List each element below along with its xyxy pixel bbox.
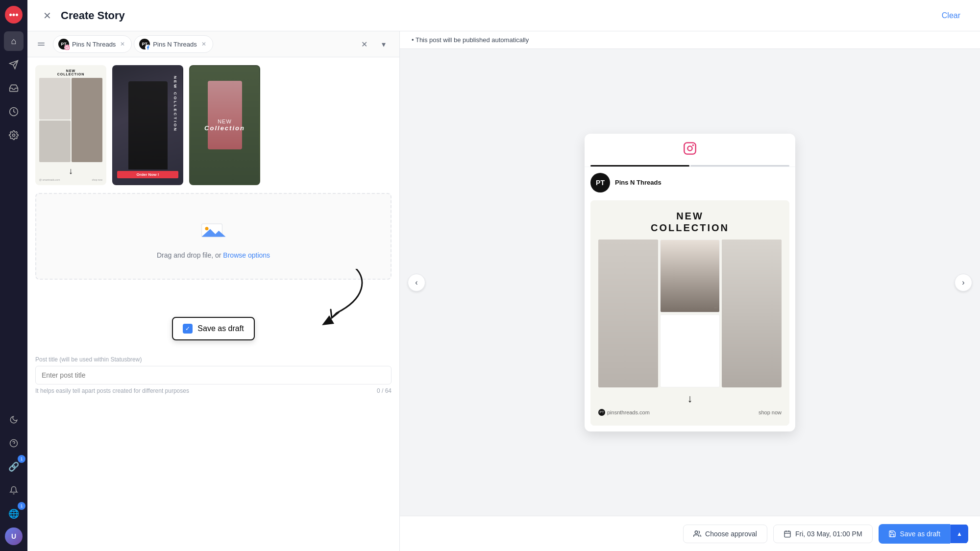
bell-icon[interactable] [4, 480, 24, 500]
close-button[interactable]: ✕ [39, 8, 55, 24]
preview-user-row: PT Pins N Threads [590, 173, 789, 192]
save-draft-popup-label: Save as draft [197, 324, 244, 333]
choose-approval-button[interactable]: Choose approval [683, 525, 767, 543]
preview-title: NEW COLLECTION [651, 210, 729, 234]
preview-img-left [598, 240, 658, 387]
preview-header [585, 134, 795, 167]
preview-footer: PT pinsnthreads.com shop now [598, 409, 782, 416]
save-draft-main-label: Save as draft [900, 530, 941, 538]
story-card-1[interactable]: NEWCOLLECTION ↓ @ smartreads.comshop now [35, 65, 106, 185]
card1-footer: @ smartreads.comshop now [39, 178, 102, 181]
save-draft-checkbox[interactable]: ✓ [183, 324, 193, 334]
post-title-label: Post title (will be used within Statusbr… [35, 356, 392, 363]
svg-point-12 [205, 227, 208, 230]
svg-point-9 [66, 47, 68, 48]
card3-content: NEW Collection [204, 119, 245, 132]
sidebar-item-send[interactable] [4, 55, 24, 74]
svg-point-3 [13, 134, 15, 137]
drag-drop-area[interactable]: Drag and drop file, or Browse options [35, 193, 392, 280]
tab-facebook[interactable]: PT Pins N Threads ✕ [134, 35, 213, 53]
preview-next-button[interactable]: › [955, 274, 972, 291]
svg-rect-15 [684, 143, 695, 154]
tab-avatar-ig: PT [58, 39, 69, 49]
card2-text: NEW COLLECTION [113, 66, 182, 184]
approval-label: Choose approval [705, 530, 757, 538]
svg-point-17 [692, 144, 694, 146]
link-badge: 1 [18, 455, 25, 463]
tab-fb-close[interactable]: ✕ [200, 40, 208, 48]
progress-bar-2 [690, 165, 789, 167]
preview-arrow: ↓ [687, 392, 693, 405]
post-title-hint: It helps easily tell apart posts created… [35, 387, 189, 394]
story-card-3[interactable]: NEW Collection [189, 65, 260, 185]
preview-prev-button[interactable]: ‹ [408, 274, 425, 291]
svg-point-18 [695, 531, 697, 533]
menu-icon-button[interactable] [33, 36, 49, 52]
sidebar-item-inbox[interactable] [4, 78, 24, 98]
facebook-platform-icon [145, 45, 151, 50]
tab-ig-label: Pins N Threads [72, 41, 116, 48]
char-hint: It helps easily tell apart posts created… [35, 387, 392, 394]
globe-badge: 1 [18, 502, 25, 510]
card2-cta: Order Now ! [117, 171, 178, 178]
avatar[interactable]: U [5, 527, 23, 545]
tab-fb-label: Pins N Threads [153, 41, 196, 48]
preview-fashion-grid: ··· [598, 240, 782, 387]
preview-frame: PT Pins N Threads NEW COLLECTION [585, 134, 795, 431]
svg-point-10 [68, 46, 69, 47]
post-title-section: Post title (will be used within Statusbr… [27, 348, 399, 402]
save-draft-popup[interactable]: ✓ Save as draft [172, 317, 254, 340]
app-logo[interactable]: ••• [5, 6, 23, 24]
schedule-label: Fri, 03 May, 01:00 PM [795, 530, 862, 538]
drag-drop-text: Drag and drop file, or Browse options [157, 251, 270, 259]
preview-img-center-top: ··· [660, 240, 720, 312]
stories-grid: NEWCOLLECTION ↓ @ smartreads.comshop now [27, 57, 399, 193]
instagram-icon [683, 142, 697, 159]
preview-note: • This post will be published automatica… [400, 31, 980, 49]
schedule-button[interactable]: Fri, 03 May, 01:00 PM [773, 525, 873, 543]
tab-ig-close[interactable]: ✕ [119, 40, 126, 48]
globe-icon-wrap: 🌐 1 [4, 504, 24, 524]
preview-body: PT Pins N Threads NEW COLLECTION [585, 167, 795, 431]
sidebar: ••• ⌂ 🔗 1 🌐 1 U [0, 0, 27, 551]
tab-avatar-fb: PT [139, 39, 150, 49]
sidebar-item-dark-mode[interactable] [4, 410, 24, 430]
card1-title: NEWCOLLECTION [39, 69, 102, 76]
progress-bar-1 [590, 165, 689, 167]
save-draft-main-button[interactable]: Save as draft [879, 524, 951, 544]
preview-img-center-bottom [660, 314, 720, 387]
story-card-2[interactable]: NEW COLLECTION Order Now ! [112, 65, 183, 185]
save-draft-main-group: Save as draft ▲ [879, 524, 968, 544]
sidebar-item-settings[interactable] [4, 125, 24, 145]
instagram-platform-icon [64, 45, 70, 50]
preview-avatar: PT [590, 173, 610, 192]
card1-img2 [72, 78, 103, 162]
card1-arrow: ↓ [39, 166, 102, 176]
content-area: PT Pins N Threads ✕ PT [27, 31, 980, 551]
preview-story-image: NEW COLLECTION [590, 200, 789, 426]
preview-progress-bars [585, 165, 795, 167]
page-title: Create Story [61, 9, 934, 22]
main-content: ✕ Create Story Clear PT Pi [27, 0, 980, 551]
close-all-tabs-button[interactable]: ✕ [356, 36, 372, 52]
sidebar-bottom: 🔗 1 🌐 1 U [4, 410, 24, 545]
sidebar-item-analytics[interactable] [4, 102, 24, 121]
right-panel: • This post will be published automatica… [400, 31, 980, 551]
upload-icon [200, 214, 227, 245]
tabs-bar: PT Pins N Threads ✕ PT [27, 31, 399, 57]
collapse-tabs-button[interactable]: ▾ [376, 36, 392, 52]
save-draft-chevron-button[interactable]: ▲ [950, 525, 968, 543]
browse-link[interactable]: Browse options [223, 251, 270, 259]
tab-actions: ✕ ▾ [356, 36, 393, 52]
preview-username: Pins N Threads [615, 179, 662, 186]
save-draft-popup-container: ✓ Save as draft [35, 317, 392, 340]
card1-img1 [39, 78, 71, 120]
top-header: ✕ Create Story Clear [27, 0, 980, 31]
tab-instagram[interactable]: PT Pins N Threads ✕ [53, 35, 132, 53]
sidebar-item-home[interactable]: ⌂ [4, 31, 24, 51]
sidebar-item-help[interactable] [4, 433, 24, 453]
bottom-bar: Choose approval Fri, 03 May, 01:00 PM Sa… [400, 516, 980, 551]
post-title-input[interactable] [35, 366, 392, 384]
clear-button[interactable]: Clear [934, 7, 968, 24]
svg-rect-19 [784, 531, 790, 537]
